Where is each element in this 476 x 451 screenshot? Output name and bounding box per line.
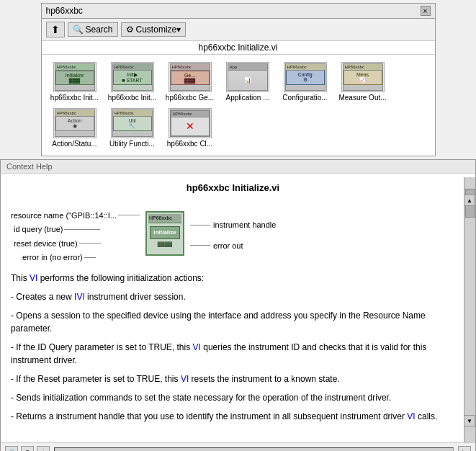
horizontal-scrollbar[interactable]: [54, 447, 454, 452]
customize-icon: ⚙: [126, 24, 134, 35]
param-label: error in (no error): [22, 251, 83, 264]
vi-link-2[interactable]: IVI: [74, 292, 85, 302]
desc-item-4: - If the Reset parameter is set to TRUE,…: [11, 372, 455, 385]
item-label-9: hp66xxbc Cl...: [167, 140, 212, 148]
scroll-right-button[interactable]: ▶: [458, 446, 471, 452]
up-arrow-icon: ⬆: [51, 24, 60, 35]
info-button[interactable]: i: [37, 446, 50, 452]
breadcrumb-text: hp66xxbc Initialize.vi: [198, 43, 277, 53]
item-label-5: Configuratio...: [282, 94, 327, 102]
close-button[interactable]: ×: [421, 6, 431, 16]
description-text: This VI performs the following initializ…: [11, 272, 455, 423]
items-grid: HP66xxbc Initialize▓▓▓ hp66xxbc Init... …: [42, 55, 435, 156]
item-icon-2: HP66xxbc Init▶■ START: [111, 62, 154, 92]
list-item[interactable]: HP66xxbc ✕ hp66xxbc Cl...: [161, 105, 219, 151]
connector-line: [118, 215, 140, 215]
bottom-toolbar: 🔒 ? i ▶: [1, 442, 475, 451]
vi-diagram: resource name ("GPIB::14::I... id query …: [11, 202, 455, 264]
output-instrument-handle: instrument handle: [190, 219, 276, 231]
item-icon-6: HP66xxbc Meas📈: [341, 62, 385, 92]
param-label: resource name ("GPIB::14::I...: [11, 210, 117, 222]
list-item[interactable]: HP66xxbc Util🔧 Utility Functi...: [104, 105, 161, 151]
search-button[interactable]: 🔍 Search: [68, 22, 118, 37]
vi-block-body: Initialize ▓▓▓▓: [150, 223, 180, 249]
top-panel-titlebar: hp66xxbc ×: [42, 4, 435, 19]
param-reset-device: reset device (true): [11, 238, 140, 250]
breadcrumb: hp66xxbc Initialize.vi: [42, 41, 435, 55]
vi-title: hp66xxbc Initialize.vi: [11, 181, 455, 195]
list-item[interactable]: HP66xxbc Meas📈 Measure Out...: [334, 59, 392, 105]
item-label-1: hp66xxbc Init...: [50, 94, 99, 102]
param-resource-name: resource name ("GPIB::14::I...: [11, 210, 140, 222]
param-error-in: error in (no error): [11, 251, 140, 264]
item-icon-9: HP66xxbc ✕: [169, 108, 212, 138]
scrollbar-track: ▲ ▼: [464, 177, 475, 444]
diagram-block: HP66xxbc Initialize ▓▓▓▓: [145, 202, 184, 264]
param-label: reset device (true): [14, 238, 78, 250]
item-label-4: Application ...: [225, 94, 269, 102]
help-icon: ?: [25, 449, 29, 452]
desc-intro: This VI performs the following initializ…: [11, 272, 455, 285]
lock-icon: 🔒: [8, 449, 16, 452]
toolbar: ⬆ 🔍 Search ⚙ Customize▾: [42, 19, 435, 41]
item-label-7: Action/Statu...: [52, 140, 96, 148]
vi-block: HP66xxbc Initialize ▓▓▓▓: [145, 211, 184, 256]
connector-line: [79, 243, 101, 244]
info-icon: i: [42, 449, 44, 452]
item-label-3: hp66xxbc Ge...: [166, 94, 214, 102]
vi-link-1[interactable]: VI: [30, 273, 37, 283]
list-item[interactable]: HP66xxbc Initialize▓▓▓ hp66xxbc Init...: [46, 59, 104, 105]
item-label-6: Measure Out...: [338, 94, 386, 102]
list-item[interactable]: HP66xxbc Config⚙ Configuratio...: [277, 59, 334, 105]
top-panel: hp66xxbc × ⬆ 🔍 Search ⚙ Customize▾ hp66x…: [0, 3, 476, 156]
connector-line: [84, 257, 96, 258]
lock-button[interactable]: 🔒: [5, 446, 18, 452]
vi-link-5[interactable]: VI: [407, 411, 415, 421]
item-label-2: hp66xxbc Init...: [108, 94, 156, 102]
item-icon-5: HP66xxbc Config⚙: [284, 62, 327, 92]
desc-item-3: - If the ID Query parameter is set to TR…: [11, 341, 455, 367]
customize-label: Customize▾: [136, 24, 181, 35]
output-label: error out: [213, 240, 243, 252]
diagram-outputs: instrument handle error out: [187, 202, 276, 264]
scroll-up-button[interactable]: ▲: [464, 195, 475, 206]
list-item[interactable]: HP66xxbc Ge...▓▓▓ hp66xxbc Ge...: [161, 59, 219, 105]
top-panel-title: hp66xxbc: [46, 6, 83, 16]
param-label: id query (true): [14, 223, 63, 236]
item-icon-4: App 📊: [226, 62, 269, 92]
item-icon-1: HP66xxbc Initialize▓▓▓: [53, 62, 96, 92]
list-item[interactable]: HP66xxbc Action◉ Action/Statu...: [46, 105, 104, 151]
item-icon-7: HP66xxbc Action◉: [53, 108, 96, 138]
nav-up-button[interactable]: ⬆: [46, 22, 65, 37]
item-label-8: Utility Functi...: [109, 140, 155, 148]
output-label: instrument handle: [213, 219, 276, 231]
desc-item-5: - Sends initialization commands to set t…: [11, 391, 455, 404]
out-connector: [190, 225, 210, 226]
list-item[interactable]: App 📊 Application ...: [219, 59, 277, 105]
desc-item-6: - Returns a instrument handle that you u…: [11, 410, 455, 423]
desc-item-1: - Creates a new IVI instrument driver se…: [11, 290, 455, 303]
output-error-out: error out: [190, 240, 276, 252]
vi-link-3[interactable]: VI: [193, 342, 201, 352]
connector-line: [64, 229, 100, 230]
param-id-query: id query (true): [11, 223, 140, 236]
out-connector: [190, 245, 210, 246]
search-icon: 🔍: [73, 24, 84, 35]
list-item[interactable]: HP66xxbc Init▶■ START hp66xxbc Init...: [104, 59, 161, 105]
context-panel-title: Context Help: [1, 160, 475, 174]
search-label: Search: [86, 24, 113, 35]
context-panel: Context Help ▲ ▼ hp66xxbc Initialize.vi …: [0, 159, 476, 451]
context-panel-content: hp66xxbc Initialize.vi resource name ("G…: [1, 174, 475, 437]
right-arrow-icon: ▶: [462, 449, 467, 452]
scroll-down-button[interactable]: ▼: [464, 415, 475, 427]
vi-block-header: HP66xxbc: [148, 214, 181, 224]
desc-item-2: - Opens a session to the specified devic…: [11, 309, 455, 335]
help-button[interactable]: ?: [21, 446, 34, 452]
customize-button[interactable]: ⚙ Customize▾: [121, 22, 187, 37]
item-icon-3: HP66xxbc Ge...▓▓▓: [169, 62, 212, 92]
vi-link-4[interactable]: VI: [181, 374, 189, 384]
diagram-inputs: resource name ("GPIB::14::I... id query …: [11, 202, 140, 264]
item-icon-8: HP66xxbc Util🔧: [111, 108, 154, 138]
